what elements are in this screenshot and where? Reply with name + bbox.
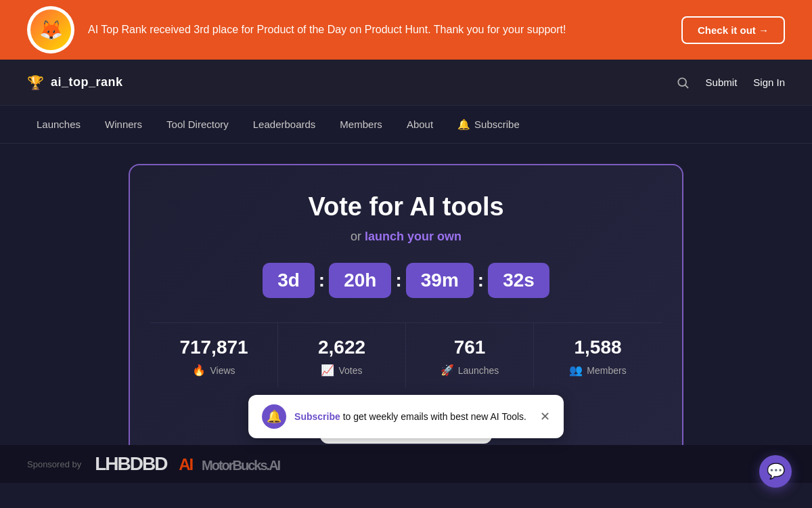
sponsored-label: Sponsored by [27,459,81,469]
nav-item-winners[interactable]: Winners [95,113,152,135]
timer-days: 3d [263,263,315,298]
nav-item-tool-directory[interactable]: Tool Directory [157,113,238,135]
fire-icon: 🔥 [192,364,206,377]
timer-hours: 20h [329,263,391,298]
launches-number: 761 [413,337,526,358]
timer-sep-1: : [319,270,325,291]
members-number: 1,588 [541,337,655,358]
nav-item-leaderboards[interactable]: Leaderboards [244,113,325,135]
nav-item-about[interactable]: About [397,113,443,135]
main-content: Vote for AI tools or launch your own 3d … [0,144,812,483]
members-text: Members [587,365,626,376]
header-actions: Submit Sign In [676,76,785,89]
hero-title: Vote for AI tools [150,192,662,221]
views-number: 717,871 [157,337,271,358]
votes-number: 2,622 [285,337,399,358]
announcement-banner: 🦊 AI Top Rank received 3rd place for Pro… [0,0,812,60]
notif-message: to get weekly emails with best new AI To… [340,411,526,422]
notification-bar: 🔔 Subscribe to get weekly emails with be… [248,395,564,438]
people-icon: 👥 [569,364,583,377]
timer-minutes: 39m [406,263,474,298]
stat-views: 717,871 🔥 Views [150,323,278,387]
notif-bell-icon: 🔔 [262,404,286,429]
chat-bubble-button[interactable]: 💬 [759,455,792,488]
subscribe-label: Subscribe [474,119,520,130]
submit-button[interactable]: Submit [706,77,738,88]
producthunt-logo: 🦊 [27,6,74,54]
timer-sep-2: : [395,270,401,291]
stat-launches: 761 🚀 Launches [406,323,534,387]
votes-label: 📈 Votes [285,364,399,377]
stat-votes: 2,622 📈 Votes [278,323,406,387]
rocket-icon: 🚀 [441,364,454,377]
nav-item-members[interactable]: Members [330,113,392,135]
chart-icon: 📈 [321,364,334,377]
logo-text: ai_top_rank [51,75,123,89]
votes-text: Votes [338,365,362,376]
stat-members: 1,588 👥 Members [534,323,662,387]
nav-subscribe-button[interactable]: 🔔 Subscribe [448,113,529,136]
sponsor-motorbucks: MotorBucks.AI [202,458,279,473]
timer-sep-3: : [478,270,484,291]
sponsored-bar: Sponsored by LHBDBD AI MotorBucks.AI [0,445,812,483]
signin-button[interactable]: Sign In [753,77,785,88]
views-text: Views [210,365,235,376]
launches-text: Launches [458,365,499,376]
search-button[interactable] [676,76,690,89]
main-nav: Launches Winners Tool Directory Leaderbo… [0,106,812,144]
sponsor-ai: AI [179,455,192,473]
notif-text: Subscribe to get weekly emails with best… [294,411,526,422]
fox-emoji: 🦊 [39,19,63,41]
subtitle-prefix: or [351,230,365,243]
launches-label: 🚀 Launches [413,364,526,377]
banner-message: AI Top Rank received 3rd place for Produ… [88,24,681,36]
bell-icon-emoji: 🔔 [267,409,281,424]
sponsor-letters: LHBDBD [95,453,166,474]
nav-item-launches[interactable]: Launches [27,113,90,135]
hero-subtitle: or launch your own [150,230,662,244]
banner-logo-inner: 🦊 [30,9,71,50]
members-label: 👥 Members [541,364,655,377]
logo-icon: 🏆 [27,75,44,91]
site-logo[interactable]: 🏆 ai_top_rank [27,75,123,91]
chat-icon: 💬 [767,463,785,480]
sponsor-brand: LHBDBD AI MotorBucks.AI [95,453,279,475]
bell-icon: 🔔 [457,119,470,131]
countdown-timer: 3d : 20h : 39m : 32s [150,263,662,298]
views-label: 🔥 Views [157,364,271,377]
site-header: 🏆 ai_top_rank Submit Sign In [0,60,812,106]
timer-seconds: 32s [488,263,549,298]
notif-subscribe-link[interactable]: Subscribe [294,411,340,422]
svg-line-1 [685,85,687,87]
banner-cta-button[interactable]: Check it out → [681,16,785,44]
launch-link[interactable]: launch your own [365,230,461,243]
stats-row: 717,871 🔥 Views 2,622 📈 Votes 761 🚀 Laun… [150,322,662,387]
notif-close-button[interactable]: ✕ [540,409,550,424]
